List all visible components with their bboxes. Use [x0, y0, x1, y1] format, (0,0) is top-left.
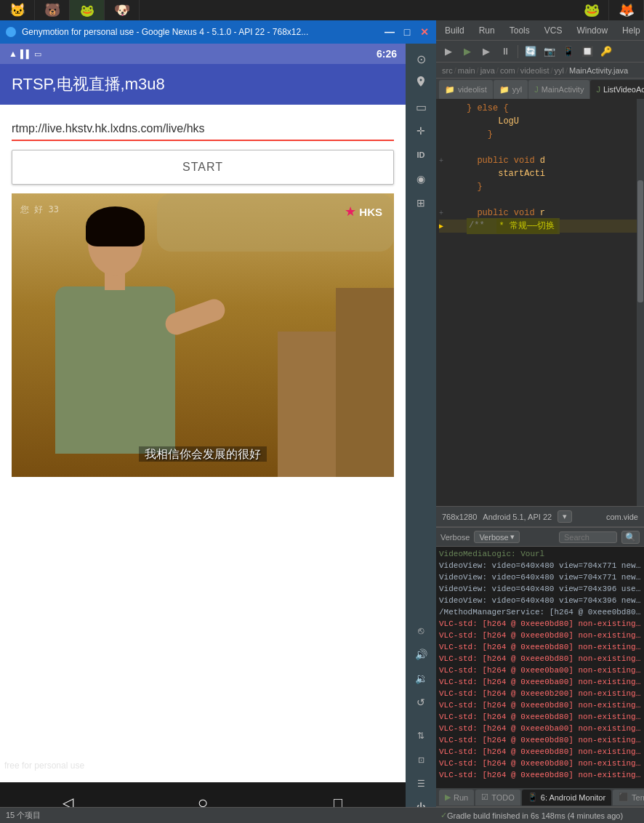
- ide-window: Build Run Tools VCS Window Help ▶ ▶ ▶ ⏸ …: [436, 20, 644, 823]
- maximize-button[interactable]: □: [401, 26, 413, 38]
- bottom-tab-terminal[interactable]: ⬛ Terminal: [613, 790, 644, 806]
- menu-vcs[interactable]: VCS: [542, 24, 565, 37]
- tool-battery-icon[interactable]: ▭: [410, 96, 432, 118]
- app-titlebar: RTSP,电视直播,m3u8: [0, 64, 406, 105]
- bottom-tab-run[interactable]: ▶ Run: [439, 790, 474, 806]
- tool-id-icon[interactable]: ID: [410, 144, 432, 166]
- subtitle-text: 我相信你会发展的很好: [139, 446, 267, 462]
- status-icons: ▲ ▌▌ ▭: [9, 49, 41, 59]
- gradle-status-text: Gradle build finished in 6s 148ms (4 min…: [447, 811, 623, 820]
- tool-share-icon[interactable]: ⎋: [410, 619, 432, 641]
- toolbar-screenshot-icon[interactable]: 📷: [542, 44, 558, 60]
- video-subtitle: 我相信你会发展的很好: [12, 447, 394, 462]
- tool-gps-icon[interactable]: [410, 72, 432, 94]
- editor-scroll-area: } else { LogU }: [436, 99, 644, 506]
- breadcrumb-src: src: [442, 66, 453, 75]
- device-dropdown[interactable]: ▾: [558, 510, 572, 523]
- logcat-search-input[interactable]: [559, 531, 617, 543]
- code-line-2: LogU: [439, 115, 637, 128]
- taskbar-icon-3[interactable]: 🐸: [70, 0, 105, 20]
- editor-vscrollbar[interactable]: [637, 99, 644, 506]
- menu-window[interactable]: Window: [573, 24, 611, 37]
- log-line-19: VLC-std: [h264 @ 0xeee0bd80] non-existin…: [439, 769, 641, 781]
- taskbar-icon-2[interactable]: 🐻: [35, 0, 70, 20]
- toolbar-coverage-icon[interactable]: ▶: [478, 44, 494, 60]
- toolbar-run-icon[interactable]: ▶: [440, 44, 456, 60]
- ide-toolbar: ▶ ▶ ▶ ⏸ 🔄 📷 📱 🔲 🔑: [436, 41, 644, 63]
- expand-marker-5: +: [439, 157, 443, 165]
- log-line-13: VLC-std: [h264 @ 0xeee0bd80] non-existin…: [439, 699, 641, 711]
- dropdown-arrow-icon: ▾: [563, 512, 567, 521]
- minimize-button[interactable]: —: [384, 26, 395, 38]
- toolbar-pause-icon[interactable]: ⏸: [497, 44, 513, 60]
- annotation-text: * 常规——切换: [496, 219, 558, 233]
- tool-volume-up-icon[interactable]: 🔊: [410, 643, 432, 665]
- taskbar-icon-4[interactable]: 🐶: [105, 0, 140, 20]
- tool-expand-icon[interactable]: ⊡: [410, 749, 432, 771]
- taskbar-icon-6[interactable]: 🦊: [609, 0, 644, 20]
- phone-screen: ▲ ▌▌ ▭ 6:26 RTSP,电视直播,m3u8: [0, 44, 406, 823]
- code-line-6: startActi: [439, 167, 637, 180]
- toolbar-key-icon[interactable]: 🔑: [598, 44, 614, 60]
- editor-tabs: 📁 videolist 📁 yyl J MainActivity J ListV…: [436, 79, 644, 99]
- tool-camera-icon[interactable]: ⊙: [410, 48, 432, 70]
- tab-mainactivity[interactable]: J MainActivity: [528, 80, 589, 99]
- verbose-dropdown[interactable]: Verbose ▾: [474, 531, 519, 543]
- battery-icon: ▭: [34, 49, 41, 59]
- tool-volume-down-icon[interactable]: 🔉: [410, 667, 432, 689]
- log-line-4: VideoView: video=640x480 view=704x396 ne…: [439, 595, 641, 606]
- line-content-6: startActi: [467, 167, 545, 180]
- log-line-9: VLC-std: [h264 @ 0xeee0bd80] non-existin…: [439, 653, 641, 665]
- breadcrumb: src / main / java / com / videolist / yy…: [436, 63, 644, 79]
- vscroll-thumb: [637, 180, 643, 302]
- breadcrumb-main: main: [458, 66, 475, 75]
- ide-status-bar: ✓ Gradle build finished in 6s 148ms (4 m…: [436, 807, 644, 823]
- bottom-tab-todo[interactable]: ☑ TODO: [475, 790, 520, 806]
- log-line-7: VLC-std: [h264 @ 0xeee0bd80] non-existin…: [439, 630, 641, 641]
- taskbar-icon-1[interactable]: 🐱: [0, 0, 35, 20]
- tab-listvideoactivity[interactable]: J ListVideoActivity.java ×: [590, 80, 644, 99]
- verbose-dropdown-label: Verbose: [479, 533, 508, 542]
- menu-run[interactable]: Run: [476, 24, 498, 37]
- toolbar-debug-icon[interactable]: ▶: [459, 44, 475, 60]
- editor-content: } else { LogU }: [436, 99, 637, 506]
- gutter-5: +: [439, 154, 446, 168]
- tab-yyl[interactable]: 📁 yyl: [494, 80, 528, 99]
- logcat-panel: Verbose Verbose ▾ 🔍 VideoMediaLogic: Vou…: [436, 526, 644, 788]
- tab-mainactivity-label: MainActivity: [542, 85, 584, 94]
- toolbar-device-icon[interactable]: 📱: [560, 44, 576, 60]
- start-button[interactable]: START: [12, 150, 394, 185]
- tool-rss-icon[interactable]: ◉: [410, 168, 432, 190]
- ide-menubar: Build Run Tools VCS Window Help: [436, 20, 644, 41]
- tool-grid-icon[interactable]: ⊞: [410, 192, 432, 214]
- logcat-search-button[interactable]: 🔍: [621, 531, 640, 544]
- video-timestamp: 您 好 33: [20, 204, 59, 216]
- project-count-bar: 15 个项目: [0, 807, 436, 823]
- top-taskbar: 🐱 🐻 🐸 🐶 🐸 🦊: [0, 0, 644, 20]
- tab-yyl-icon: 📁: [499, 85, 510, 95]
- tab-videolist-icon: 📁: [445, 85, 455, 95]
- tab-videolist[interactable]: 📁 videolist: [439, 80, 493, 99]
- log-line-18: VLC-std: [h264 @ 0xeee0bd80] non-existin…: [439, 758, 641, 769]
- url-input-container: [12, 119, 394, 141]
- url-input[interactable]: [12, 119, 394, 138]
- bottom-tab-android-monitor[interactable]: 📱 6: Android Monitor: [522, 790, 611, 806]
- tab-listvideoactivity-icon: J: [596, 85, 600, 94]
- close-button[interactable]: ✕: [419, 26, 430, 38]
- tool-arrows-icon[interactable]: ✛: [410, 120, 432, 142]
- device-resolution: 768x1280: [442, 513, 477, 521]
- menu-build[interactable]: Build: [442, 24, 467, 37]
- menu-help[interactable]: Help: [619, 24, 643, 37]
- tab-yyl-label: yyl: [512, 85, 522, 94]
- code-line-annotation: ▶ /** * 常规——切换: [439, 220, 637, 233]
- code-content: } else { LogU }: [436, 99, 637, 236]
- tool-menu-icon[interactable]: ☰: [410, 773, 432, 795]
- tool-rotate-icon[interactable]: ↺: [410, 691, 432, 713]
- menu-tools[interactable]: Tools: [507, 24, 533, 37]
- toolbar-sync-icon[interactable]: 🔄: [523, 44, 539, 60]
- genymotion-body: ▲ ▌▌ ▭ 6:26 RTSP,电视直播,m3u8: [0, 44, 436, 823]
- tool-arrows2-icon[interactable]: ⇅: [410, 725, 432, 747]
- toolbar-avd-icon[interactable]: 🔲: [579, 44, 595, 60]
- taskbar-icon-5[interactable]: 🐸: [574, 0, 609, 20]
- app-content: START: [0, 105, 406, 782]
